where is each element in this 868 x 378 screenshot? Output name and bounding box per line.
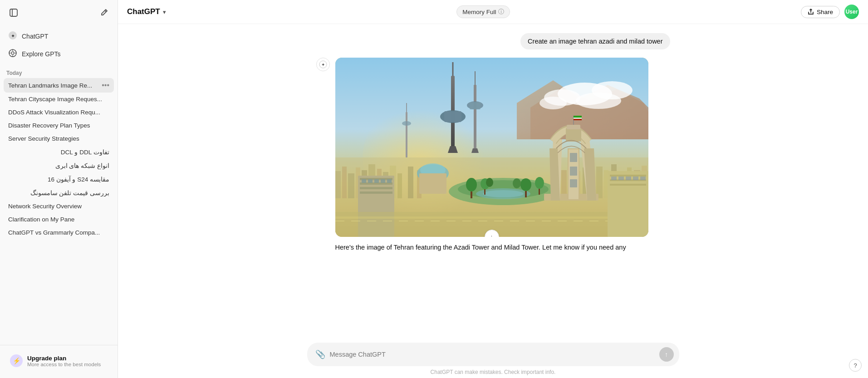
sidebar-bottom: ⚡ Upgrade plan More access to the best m… (0, 345, 118, 378)
svg-rect-97 (362, 179, 366, 183)
history-item-text: بررسی قیمت تلفن سامسونگ (8, 189, 109, 196)
upgrade-text: Upgrade plan More access to the best mod… (27, 355, 101, 367)
send-icon: ↑ (665, 351, 668, 358)
assistant-avatar: ✦ (316, 58, 330, 71)
svg-rect-111 (610, 184, 646, 186)
svg-point-74 (486, 178, 493, 187)
history-item[interactable]: Tehran Cityscape Image Reques... (4, 93, 114, 106)
sidebar: ✦ ChatGPT Explore GPTs Today Tehran Land… (0, 0, 118, 378)
sidebar-nav: ✦ ChatGPT Explore GPTs (0, 25, 118, 64)
message-input-box: 📎 ↑ (307, 343, 679, 366)
user-message-row: Create an image tehran azadi and milad t… (316, 33, 670, 49)
history-item-text: انواع شبکه های ابری (8, 162, 109, 169)
model-dropdown-icon[interactable]: ▾ (163, 9, 166, 15)
explore-icon (8, 49, 17, 59)
tehran-image-svg (335, 58, 648, 237)
message-input[interactable] (330, 351, 656, 358)
history-item[interactable]: Disaster Recovery Plan Types (4, 119, 114, 132)
svg-rect-54 (474, 85, 476, 153)
svg-point-66 (466, 178, 477, 191)
svg-point-6 (11, 52, 14, 54)
svg-rect-69 (484, 189, 485, 195)
explore-label: Explore GPTs (22, 50, 61, 58)
assistant-text: Here's the image of Tehran featuring the… (335, 242, 670, 253)
svg-rect-98 (368, 179, 373, 183)
sidebar-item-explore[interactable]: Explore GPTs (4, 45, 114, 63)
generated-image-container: ↓ (335, 58, 648, 237)
svg-rect-109 (610, 175, 646, 177)
upgrade-title: Upgrade plan (27, 355, 101, 362)
svg-point-72 (535, 177, 544, 189)
svg-rect-34 (408, 167, 413, 198)
history-item[interactable]: Clarification on My Pane (4, 213, 114, 226)
svg-rect-96 (360, 191, 392, 194)
attach-button[interactable]: 📎 (314, 349, 326, 360)
history-item-text: Disaster Recovery Plan Types (8, 122, 109, 129)
svg-rect-87 (570, 179, 577, 187)
svg-rect-91 (574, 119, 582, 120)
svg-rect-106 (335, 216, 648, 219)
history-item[interactable]: بررسی قیمت تلفن سامسونگ (4, 186, 114, 200)
assistant-message-text: Here's the image of Tehran featuring the… (335, 244, 626, 251)
help-button[interactable]: ? (849, 359, 862, 372)
svg-rect-114 (626, 177, 631, 180)
svg-rect-104 (419, 173, 446, 194)
sidebar-top (0, 0, 118, 25)
user-avatar[interactable]: User (844, 5, 859, 19)
svg-text:✦: ✦ (11, 33, 15, 39)
svg-text:✦: ✦ (321, 62, 325, 67)
memory-full-badge[interactable]: Memory Full ⓘ (456, 5, 510, 18)
history-item-text: Clarification on My Pane (8, 216, 109, 223)
share-button[interactable]: Share (801, 6, 840, 18)
chatgpt-label: ChatGPT (22, 33, 48, 40)
svg-rect-115 (633, 177, 638, 180)
svg-point-21 (576, 93, 621, 109)
scroll-down-icon: ↓ (490, 233, 493, 237)
svg-point-65 (483, 190, 524, 197)
svg-point-70 (520, 178, 531, 191)
history-item[interactable]: ChatGPT vs Grammarly Compa... (4, 226, 114, 239)
user-message-text: Create an image tehran azadi and milad t… (528, 38, 662, 45)
history-item[interactable]: DDoS Attack Visualization Requ... (4, 106, 114, 119)
svg-point-75 (513, 178, 521, 188)
assistant-message-row: ✦ (316, 58, 670, 253)
main-content: ChatGPT ▾ Memory Full ⓘ Share User (118, 0, 868, 378)
svg-rect-112 (611, 177, 617, 180)
generated-image (335, 58, 648, 237)
history-item[interactable]: انواع شبکه های ابری (4, 159, 114, 172)
svg-rect-33 (397, 173, 402, 198)
svg-rect-116 (640, 177, 646, 180)
svg-rect-71 (525, 191, 527, 197)
model-name: ChatGPT (127, 7, 160, 16)
section-today-label: Today (0, 64, 118, 78)
history-item-text: Tehran Cityscape Image Reques... (8, 96, 109, 103)
history-item[interactable]: مقایسه S24 و آیفون 16 (4, 172, 114, 186)
svg-rect-59 (406, 112, 407, 157)
sidebar-item-chatgpt[interactable]: ✦ ChatGPT (4, 27, 114, 45)
history-item-text: Tehran Landmarks Image Re... (8, 82, 102, 89)
history-item-text: تفاوت DDL و DCL (8, 148, 109, 156)
user-bubble: Create an image tehran azadi and milad t… (520, 33, 670, 49)
svg-point-60 (402, 121, 411, 126)
history-item-menu-icon[interactable]: ••• (102, 81, 109, 89)
share-icon (808, 9, 814, 15)
toggle-sidebar-button[interactable] (6, 5, 21, 20)
history-item[interactable]: تفاوت DDL و DCL (4, 145, 114, 159)
svg-rect-73 (539, 189, 540, 195)
history-item-text: DDoS Attack Visualization Requ... (8, 109, 109, 116)
upgrade-plan-button[interactable]: ⚡ Upgrade plan More access to the best m… (5, 351, 112, 371)
chatgpt-logo-icon: ✦ (8, 31, 17, 41)
svg-line-2 (105, 10, 106, 12)
svg-rect-24 (335, 171, 341, 198)
header-center: Memory Full ⓘ (456, 5, 510, 18)
history-item[interactable]: Tehran Landmarks Image Re...••• (4, 78, 114, 93)
send-button[interactable]: ↑ (659, 347, 674, 362)
history-item[interactable]: Network Security Overview (4, 200, 114, 213)
new-chat-button[interactable] (97, 5, 111, 20)
share-label: Share (817, 9, 833, 15)
input-area: 📎 ↑ ChatGPT can make mistakes. Check imp… (118, 337, 868, 378)
history-item[interactable]: Server Security Strategies (4, 132, 114, 145)
svg-rect-90 (574, 118, 582, 119)
history-item-text: Server Security Strategies (8, 135, 109, 142)
chat-area: Create an image tehran azadi and milad t… (118, 24, 868, 337)
